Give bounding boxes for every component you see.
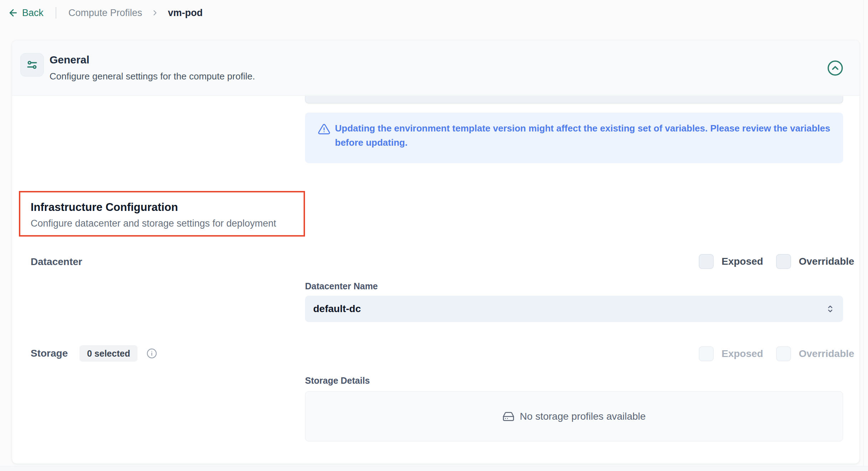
- breadcrumb-item-compute-profiles[interactable]: Compute Profiles: [68, 7, 142, 19]
- storage-overridable-checkbox: [776, 346, 791, 361]
- general-subtitle: Configure general settings for the compu…: [50, 71, 255, 82]
- page-bottom-strip: [0, 466, 868, 471]
- datacenter-name-select[interactable]: default-dc: [305, 296, 843, 322]
- back-button[interactable]: Back: [8, 7, 43, 19]
- datacenter-name-value: default-dc: [313, 303, 361, 315]
- storage-flags-row: Exposed Overridable: [699, 346, 854, 361]
- datacenter-overridable-checkbox[interactable]: [776, 254, 791, 269]
- chevron-up-circle-icon: [826, 59, 844, 77]
- storage-label: Storage: [31, 348, 68, 359]
- back-label: Back: [22, 7, 43, 19]
- sliders-icon: [20, 53, 44, 77]
- datacenter-exposed-label: Exposed: [722, 256, 763, 267]
- datacenter-name-label: Datacenter Name: [305, 281, 378, 291]
- chevrons-up-down-icon: [825, 303, 836, 315]
- storage-details-label: Storage Details: [305, 376, 370, 386]
- storage-exposed-checkbox: [699, 346, 714, 361]
- breadcrumb-divider: [56, 7, 56, 19]
- template-version-field-partial[interactable]: [305, 96, 843, 103]
- breadcrumb: Back Compute Profiles vm-pod: [8, 5, 203, 21]
- storage-overridable-label: Overridable: [799, 348, 854, 359]
- collapse-section-button[interactable]: [826, 59, 844, 77]
- general-section-header: General Configure general settings for t…: [12, 40, 859, 95]
- infrastructure-heading-highlight: Infrastructure Configuration Configure d…: [19, 191, 305, 237]
- datacenter-label: Datacenter: [31, 256, 82, 268]
- compute-profile-card: General Configure general settings for t…: [12, 40, 860, 464]
- info-circle-icon[interactable]: [146, 348, 157, 359]
- template-update-alert: Updating the environment template versio…: [305, 113, 843, 163]
- hard-drive-icon: [502, 410, 515, 423]
- scroll-gutter-line: [863, 0, 864, 471]
- datacenter-exposed-checkbox[interactable]: [699, 254, 714, 269]
- general-title: General: [50, 54, 89, 66]
- storage-empty-message: No storage profiles available: [520, 411, 646, 422]
- storage-label-row: Storage 0 selected: [31, 345, 157, 362]
- storage-details-empty-box: No storage profiles available: [305, 391, 843, 441]
- infrastructure-title: Infrastructure Configuration: [31, 201, 304, 214]
- storage-exposed-label: Exposed: [722, 348, 763, 359]
- chevron-right-icon: [151, 9, 159, 17]
- datacenter-flags-row: Exposed Overridable: [699, 254, 854, 269]
- infrastructure-subtitle: Configure datacenter and storage setting…: [31, 218, 304, 229]
- storage-selected-badge: 0 selected: [79, 345, 138, 362]
- warning-triangle-icon: [318, 123, 330, 137]
- back-arrow-icon: [8, 7, 19, 18]
- breadcrumb-current-vm-pod: vm-pod: [168, 7, 203, 19]
- datacenter-overridable-label: Overridable: [799, 256, 854, 267]
- alert-message: Updating the environment template versio…: [335, 121, 841, 150]
